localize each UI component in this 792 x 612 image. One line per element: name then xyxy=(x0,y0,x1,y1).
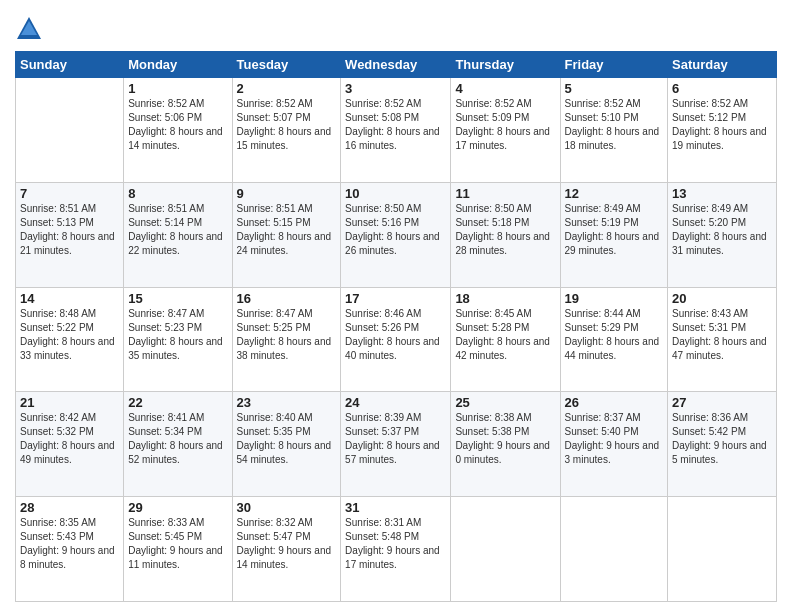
header-row: SundayMondayTuesdayWednesdayThursdayFrid… xyxy=(16,52,777,78)
day-detail: Sunrise: 8:41 AM Sunset: 5:34 PM Dayligh… xyxy=(128,411,227,467)
calendar-week-row: 14Sunrise: 8:48 AM Sunset: 5:22 PM Dayli… xyxy=(16,287,777,392)
day-number: 24 xyxy=(345,395,446,410)
calendar-cell: 3Sunrise: 8:52 AM Sunset: 5:08 PM Daylig… xyxy=(341,78,451,183)
day-number: 7 xyxy=(20,186,119,201)
day-number: 9 xyxy=(237,186,337,201)
calendar-cell: 15Sunrise: 8:47 AM Sunset: 5:23 PM Dayli… xyxy=(124,287,232,392)
day-header-wednesday: Wednesday xyxy=(341,52,451,78)
day-detail: Sunrise: 8:45 AM Sunset: 5:28 PM Dayligh… xyxy=(455,307,555,363)
day-detail: Sunrise: 8:44 AM Sunset: 5:29 PM Dayligh… xyxy=(565,307,664,363)
calendar-body: 1Sunrise: 8:52 AM Sunset: 5:06 PM Daylig… xyxy=(16,78,777,602)
calendar-cell: 28Sunrise: 8:35 AM Sunset: 5:43 PM Dayli… xyxy=(16,497,124,602)
day-detail: Sunrise: 8:49 AM Sunset: 5:19 PM Dayligh… xyxy=(565,202,664,258)
day-number: 20 xyxy=(672,291,772,306)
day-detail: Sunrise: 8:51 AM Sunset: 5:15 PM Dayligh… xyxy=(237,202,337,258)
day-detail: Sunrise: 8:37 AM Sunset: 5:40 PM Dayligh… xyxy=(565,411,664,467)
day-detail: Sunrise: 8:49 AM Sunset: 5:20 PM Dayligh… xyxy=(672,202,772,258)
day-detail: Sunrise: 8:40 AM Sunset: 5:35 PM Dayligh… xyxy=(237,411,337,467)
day-detail: Sunrise: 8:48 AM Sunset: 5:22 PM Dayligh… xyxy=(20,307,119,363)
day-number: 27 xyxy=(672,395,772,410)
day-number: 31 xyxy=(345,500,446,515)
calendar-header: SundayMondayTuesdayWednesdayThursdayFrid… xyxy=(16,52,777,78)
day-header-monday: Monday xyxy=(124,52,232,78)
calendar-cell: 20Sunrise: 8:43 AM Sunset: 5:31 PM Dayli… xyxy=(668,287,777,392)
calendar-cell: 18Sunrise: 8:45 AM Sunset: 5:28 PM Dayli… xyxy=(451,287,560,392)
day-number: 13 xyxy=(672,186,772,201)
calendar-cell: 2Sunrise: 8:52 AM Sunset: 5:07 PM Daylig… xyxy=(232,78,341,183)
day-detail: Sunrise: 8:52 AM Sunset: 5:06 PM Dayligh… xyxy=(128,97,227,153)
day-number: 16 xyxy=(237,291,337,306)
day-number: 17 xyxy=(345,291,446,306)
day-number: 26 xyxy=(565,395,664,410)
day-detail: Sunrise: 8:52 AM Sunset: 5:09 PM Dayligh… xyxy=(455,97,555,153)
calendar-cell: 8Sunrise: 8:51 AM Sunset: 5:14 PM Daylig… xyxy=(124,182,232,287)
calendar-week-row: 1Sunrise: 8:52 AM Sunset: 5:06 PM Daylig… xyxy=(16,78,777,183)
day-number: 22 xyxy=(128,395,227,410)
day-header-friday: Friday xyxy=(560,52,668,78)
day-detail: Sunrise: 8:52 AM Sunset: 5:10 PM Dayligh… xyxy=(565,97,664,153)
day-number: 3 xyxy=(345,81,446,96)
calendar-cell: 30Sunrise: 8:32 AM Sunset: 5:47 PM Dayli… xyxy=(232,497,341,602)
calendar-cell: 23Sunrise: 8:40 AM Sunset: 5:35 PM Dayli… xyxy=(232,392,341,497)
calendar-cell xyxy=(451,497,560,602)
day-detail: Sunrise: 8:31 AM Sunset: 5:48 PM Dayligh… xyxy=(345,516,446,572)
day-number: 25 xyxy=(455,395,555,410)
day-detail: Sunrise: 8:33 AM Sunset: 5:45 PM Dayligh… xyxy=(128,516,227,572)
calendar-cell: 1Sunrise: 8:52 AM Sunset: 5:06 PM Daylig… xyxy=(124,78,232,183)
calendar-week-row: 21Sunrise: 8:42 AM Sunset: 5:32 PM Dayli… xyxy=(16,392,777,497)
calendar-cell: 9Sunrise: 8:51 AM Sunset: 5:15 PM Daylig… xyxy=(232,182,341,287)
day-number: 6 xyxy=(672,81,772,96)
calendar-cell: 31Sunrise: 8:31 AM Sunset: 5:48 PM Dayli… xyxy=(341,497,451,602)
calendar-cell: 10Sunrise: 8:50 AM Sunset: 5:16 PM Dayli… xyxy=(341,182,451,287)
day-detail: Sunrise: 8:47 AM Sunset: 5:25 PM Dayligh… xyxy=(237,307,337,363)
day-header-sunday: Sunday xyxy=(16,52,124,78)
day-header-tuesday: Tuesday xyxy=(232,52,341,78)
day-number: 8 xyxy=(128,186,227,201)
calendar-cell: 11Sunrise: 8:50 AM Sunset: 5:18 PM Dayli… xyxy=(451,182,560,287)
calendar-cell: 12Sunrise: 8:49 AM Sunset: 5:19 PM Dayli… xyxy=(560,182,668,287)
day-detail: Sunrise: 8:42 AM Sunset: 5:32 PM Dayligh… xyxy=(20,411,119,467)
logo-icon xyxy=(15,15,43,43)
day-number: 11 xyxy=(455,186,555,201)
day-number: 14 xyxy=(20,291,119,306)
day-number: 2 xyxy=(237,81,337,96)
calendar-table: SundayMondayTuesdayWednesdayThursdayFrid… xyxy=(15,51,777,602)
day-header-saturday: Saturday xyxy=(668,52,777,78)
calendar-week-row: 7Sunrise: 8:51 AM Sunset: 5:13 PM Daylig… xyxy=(16,182,777,287)
day-header-thursday: Thursday xyxy=(451,52,560,78)
header xyxy=(15,10,777,43)
calendar-cell: 26Sunrise: 8:37 AM Sunset: 5:40 PM Dayli… xyxy=(560,392,668,497)
day-number: 19 xyxy=(565,291,664,306)
calendar-cell xyxy=(16,78,124,183)
calendar-cell xyxy=(560,497,668,602)
day-detail: Sunrise: 8:46 AM Sunset: 5:26 PM Dayligh… xyxy=(345,307,446,363)
calendar-cell: 29Sunrise: 8:33 AM Sunset: 5:45 PM Dayli… xyxy=(124,497,232,602)
day-number: 18 xyxy=(455,291,555,306)
day-number: 10 xyxy=(345,186,446,201)
day-detail: Sunrise: 8:35 AM Sunset: 5:43 PM Dayligh… xyxy=(20,516,119,572)
day-detail: Sunrise: 8:32 AM Sunset: 5:47 PM Dayligh… xyxy=(237,516,337,572)
calendar-cell: 6Sunrise: 8:52 AM Sunset: 5:12 PM Daylig… xyxy=(668,78,777,183)
day-detail: Sunrise: 8:39 AM Sunset: 5:37 PM Dayligh… xyxy=(345,411,446,467)
day-number: 12 xyxy=(565,186,664,201)
day-number: 29 xyxy=(128,500,227,515)
day-detail: Sunrise: 8:50 AM Sunset: 5:18 PM Dayligh… xyxy=(455,202,555,258)
calendar-cell: 14Sunrise: 8:48 AM Sunset: 5:22 PM Dayli… xyxy=(16,287,124,392)
day-number: 23 xyxy=(237,395,337,410)
calendar-cell: 13Sunrise: 8:49 AM Sunset: 5:20 PM Dayli… xyxy=(668,182,777,287)
day-detail: Sunrise: 8:43 AM Sunset: 5:31 PM Dayligh… xyxy=(672,307,772,363)
day-detail: Sunrise: 8:47 AM Sunset: 5:23 PM Dayligh… xyxy=(128,307,227,363)
day-number: 21 xyxy=(20,395,119,410)
calendar-cell: 5Sunrise: 8:52 AM Sunset: 5:10 PM Daylig… xyxy=(560,78,668,183)
day-number: 4 xyxy=(455,81,555,96)
calendar-cell: 21Sunrise: 8:42 AM Sunset: 5:32 PM Dayli… xyxy=(16,392,124,497)
day-detail: Sunrise: 8:51 AM Sunset: 5:14 PM Dayligh… xyxy=(128,202,227,258)
calendar-cell: 7Sunrise: 8:51 AM Sunset: 5:13 PM Daylig… xyxy=(16,182,124,287)
day-number: 15 xyxy=(128,291,227,306)
day-detail: Sunrise: 8:36 AM Sunset: 5:42 PM Dayligh… xyxy=(672,411,772,467)
calendar-week-row: 28Sunrise: 8:35 AM Sunset: 5:43 PM Dayli… xyxy=(16,497,777,602)
day-detail: Sunrise: 8:51 AM Sunset: 5:13 PM Dayligh… xyxy=(20,202,119,258)
calendar-page: SundayMondayTuesdayWednesdayThursdayFrid… xyxy=(0,0,792,612)
day-detail: Sunrise: 8:50 AM Sunset: 5:16 PM Dayligh… xyxy=(345,202,446,258)
day-detail: Sunrise: 8:52 AM Sunset: 5:12 PM Dayligh… xyxy=(672,97,772,153)
